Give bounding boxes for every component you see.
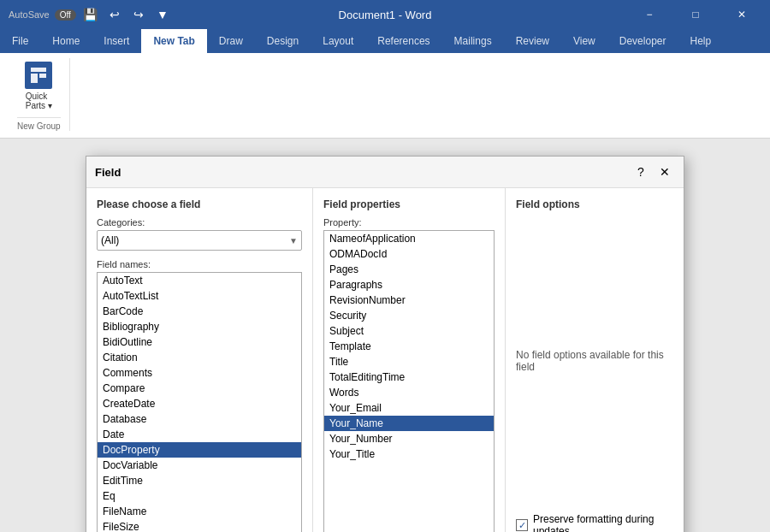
- dialog-title-buttons: ? ✕: [631, 162, 675, 182]
- prop-item[interactable]: Title: [324, 354, 494, 369]
- list-item[interactable]: DocVariable: [98, 458, 301, 473]
- tab-developer[interactable]: Developer: [607, 29, 678, 53]
- preserve-formatting-row: Preserve formatting during updates: [516, 505, 673, 532]
- list-item[interactable]: Database: [98, 411, 301, 427]
- maximize-button[interactable]: □: [676, 0, 715, 29]
- properties-list[interactable]: NameofApplication ODMADocId Pages Paragr…: [323, 230, 495, 532]
- dialog-titlebar: Field ? ✕: [86, 157, 684, 188]
- list-item[interactable]: AutoText: [98, 273, 301, 288]
- no-options-message: No field options available for this fiel…: [516, 217, 673, 505]
- redo-button[interactable]: ↪: [129, 5, 148, 24]
- field-names-list[interactable]: AutoText AutoTextList BarCode Bibliograp…: [97, 272, 302, 532]
- list-item[interactable]: FileSize: [98, 519, 301, 532]
- preserve-formatting-label: Preserve formatting during updates: [533, 513, 673, 532]
- preserve-formatting-checkbox[interactable]: [516, 519, 528, 531]
- autosave-toggle[interactable]: Off: [55, 9, 76, 21]
- field-props-title: Field properties: [323, 198, 495, 210]
- dialog-close-button[interactable]: ✕: [654, 162, 675, 182]
- prop-item[interactable]: Template: [324, 339, 494, 354]
- list-item[interactable]: Date: [98, 427, 301, 442]
- list-item[interactable]: EditTime: [98, 473, 301, 488]
- tab-home[interactable]: Home: [40, 29, 92, 53]
- categories-value: (All): [101, 234, 119, 246]
- tab-file[interactable]: File: [0, 29, 40, 53]
- categories-label: Categories:: [97, 217, 302, 228]
- ribbon-content: QuickParts ▾ New Group: [0, 53, 770, 138]
- prop-item-your-name[interactable]: Your_Name: [324, 416, 494, 431]
- dialog-title: Field: [95, 166, 121, 179]
- close-button[interactable]: ✕: [722, 0, 761, 29]
- prop-item[interactable]: Pages: [324, 262, 494, 277]
- autosave-label: AutoSave: [9, 9, 50, 20]
- prop-item[interactable]: Your_Email: [324, 400, 494, 416]
- dialog-overlay: Field ? ✕ Please choose a field Categori…: [0, 139, 770, 532]
- undo-button[interactable]: ↩: [105, 5, 124, 24]
- prop-item[interactable]: Subject: [324, 323, 494, 339]
- list-item[interactable]: BidiOutline: [98, 334, 301, 350]
- field-names-label: Field names:: [97, 259, 302, 269]
- ribbon-tabs: File Home Insert New Tab Draw Design Lay…: [0, 29, 770, 53]
- tab-references[interactable]: References: [365, 29, 441, 53]
- list-item[interactable]: Citation: [98, 350, 301, 365]
- prop-item[interactable]: Your_Title: [324, 446, 494, 462]
- tab-draw[interactable]: Draw: [207, 29, 255, 53]
- save-button[interactable]: 💾: [81, 5, 100, 24]
- ribbon: File Home Insert New Tab Draw Design Lay…: [0, 29, 770, 139]
- quick-parts-label: QuickParts ▾: [26, 92, 52, 110]
- panel-field-options: Field options No field options available…: [506, 188, 684, 532]
- list-item[interactable]: Bibliography: [98, 319, 301, 334]
- categories-arrow-icon: ▼: [289, 236, 298, 245]
- panel-field-properties: Field properties Property: NameofApplica…: [313, 188, 506, 532]
- list-item[interactable]: Comments: [98, 365, 301, 381]
- prop-item[interactable]: Paragraphs: [324, 277, 494, 293]
- tab-review[interactable]: Review: [504, 29, 561, 53]
- list-item[interactable]: Eq: [98, 488, 301, 504]
- field-options-title: Field options: [516, 198, 673, 210]
- quick-parts-icon: [25, 62, 52, 89]
- svg-rect-2: [39, 74, 46, 78]
- dialog-body: Please choose a field Categories: (All) …: [86, 188, 684, 532]
- list-item-doc-property[interactable]: DocProperty: [98, 442, 301, 458]
- tab-new-tab[interactable]: New Tab: [141, 29, 206, 53]
- tab-design[interactable]: Design: [255, 29, 311, 53]
- panel-choose-field: Please choose a field Categories: (All) …: [86, 188, 313, 532]
- prop-item[interactable]: RevisionNumber: [324, 293, 494, 308]
- svg-rect-0: [31, 68, 46, 72]
- app-area: Field ? ✕ Please choose a field Categori…: [0, 139, 770, 532]
- tab-view[interactable]: View: [561, 29, 607, 53]
- tab-insert[interactable]: Insert: [92, 29, 141, 53]
- list-item[interactable]: FileName: [98, 504, 301, 519]
- window-controls: − □ ✕: [630, 0, 761, 29]
- dialog-help-button[interactable]: ?: [631, 162, 651, 182]
- tab-help[interactable]: Help: [678, 29, 723, 53]
- list-item[interactable]: AutoTextList: [98, 288, 301, 304]
- prop-item[interactable]: NameofApplication: [324, 231, 494, 246]
- ribbon-group-quick-parts: QuickParts ▾ New Group: [9, 58, 70, 131]
- property-label: Property:: [323, 217, 495, 228]
- svg-rect-1: [31, 74, 38, 83]
- minimize-button[interactable]: −: [630, 0, 669, 29]
- tab-mailings[interactable]: Mailings: [442, 29, 504, 53]
- document-title: Document1 - Word: [339, 9, 432, 21]
- prop-item[interactable]: Words: [324, 385, 494, 400]
- list-item[interactable]: Compare: [98, 381, 301, 396]
- quick-parts-button[interactable]: QuickParts ▾: [20, 58, 57, 114]
- list-item[interactable]: CreateDate: [98, 396, 301, 411]
- title-bar: AutoSave Off 💾 ↩ ↪ ▼ Document1 - Word − …: [0, 0, 770, 29]
- tab-layout[interactable]: Layout: [311, 29, 365, 53]
- prop-item[interactable]: ODMADocId: [324, 246, 494, 262]
- prop-item[interactable]: TotalEditingTime: [324, 369, 494, 385]
- field-dialog: Field ? ✕ Please choose a field Categori…: [86, 156, 684, 532]
- choose-field-title: Please choose a field: [97, 198, 302, 210]
- new-group-label: New Group: [17, 117, 61, 131]
- prop-item[interactable]: Security: [324, 308, 494, 323]
- customize-button[interactable]: ▼: [153, 5, 172, 24]
- prop-item[interactable]: Your_Number: [324, 431, 494, 446]
- title-bar-left: AutoSave Off 💾 ↩ ↪ ▼: [9, 5, 172, 24]
- list-item[interactable]: BarCode: [98, 304, 301, 319]
- categories-select[interactable]: (All) ▼: [97, 230, 302, 251]
